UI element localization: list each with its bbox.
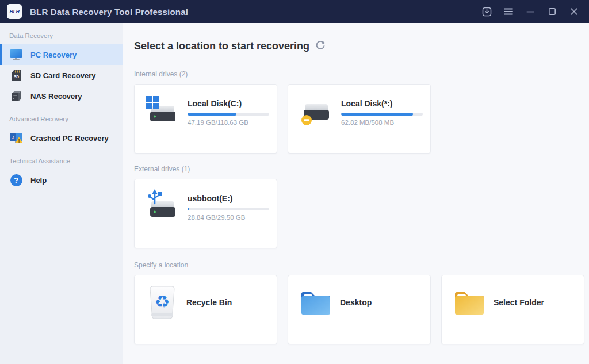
- drive-name: Local Disk(*:): [341, 99, 423, 108]
- sidebar-item-crashed-pc-recovery[interactable]: :( Crashed PC Recovery: [0, 128, 123, 148]
- hamburger-menu-icon: [504, 7, 513, 16]
- usb-drive-icon: [145, 189, 177, 221]
- usage-bar-fill: [341, 113, 413, 116]
- sidebar-item-label: NAS Recovery: [30, 92, 82, 101]
- drive-capacity: 28.84 GB/29.50 GB: [188, 214, 269, 221]
- monitor-icon: [9, 48, 23, 62]
- hard-drive-windows-icon: [145, 94, 177, 126]
- help-question-icon: ?: [9, 173, 23, 187]
- svg-text:SD: SD: [14, 75, 19, 79]
- usage-bar-fill: [188, 113, 236, 116]
- location-card-recycle-bin[interactable]: ♻ Recycle Bin: [134, 275, 277, 344]
- desktop-folder-icon: [300, 286, 332, 319]
- drive-capacity: 47.19 GB/118.63 GB: [188, 119, 269, 126]
- location-card-desktop[interactable]: Desktop: [288, 275, 431, 344]
- app-logo: BLR: [7, 4, 22, 19]
- main-content: Select a location to start recovering In…: [123, 23, 589, 364]
- drive-name: usbboot(E:): [188, 194, 269, 203]
- recycle-bin-icon: ♻: [146, 286, 178, 319]
- usage-bar-fill: [188, 208, 189, 210]
- sidebar: Data Recovery PC Recovery: [0, 23, 123, 364]
- minimize-icon: [526, 7, 534, 16]
- section-label-external-drives: External drives (1): [134, 165, 589, 173]
- sidebar-item-label: SD Card Recovery: [30, 71, 95, 80]
- svg-text:♻: ♻: [155, 292, 170, 311]
- drive-capacity: 62.82 MB/508 MB: [341, 119, 423, 126]
- location-label: Desktop: [340, 298, 372, 307]
- sidebar-item-pc-recovery[interactable]: PC Recovery: [0, 44, 123, 65]
- sd-card-icon: SD: [9, 68, 23, 82]
- location-label: Select Folder: [494, 298, 544, 307]
- download-icon: [482, 7, 492, 17]
- close-button[interactable]: [565, 3, 583, 20]
- sidebar-item-label: Crashed PC Recovery: [30, 134, 109, 143]
- sidebar-section-advanced-recovery: Advanced Recovery: [0, 106, 123, 128]
- location-card-select-folder[interactable]: Select Folder: [441, 275, 584, 344]
- sidebar-item-sd-card-recovery[interactable]: SD SD Card Recovery: [0, 65, 123, 86]
- titlebar: BLR BLR Data Recovery Tool Professional: [0, 0, 589, 23]
- sidebar-item-help[interactable]: ? Help: [0, 170, 123, 190]
- section-label-specify-location: Specify a location: [134, 261, 589, 269]
- close-icon: [570, 7, 578, 16]
- svg-text::(: :(: [12, 136, 14, 139]
- refresh-button[interactable]: [315, 40, 326, 53]
- menu-button[interactable]: [499, 3, 518, 20]
- sidebar-item-label: Help: [30, 176, 47, 185]
- usage-bar: [188, 208, 269, 210]
- app-window: BLR BLR Data Recovery Tool Professional: [0, 0, 589, 364]
- usage-bar: [341, 113, 423, 116]
- drive-card-local-disk-c[interactable]: Local Disk(C:) 47.19 GB/118.63 GB: [134, 84, 277, 154]
- usage-bar: [188, 113, 269, 116]
- sidebar-item-label: PC Recovery: [30, 51, 77, 59]
- refresh-icon: [315, 40, 326, 53]
- drive-card-local-disk-star[interactable]: Local Disk(*:) 62.82 MB/508 MB: [288, 84, 431, 154]
- crashed-pc-icon: :(: [9, 131, 23, 145]
- minimize-button[interactable]: [521, 3, 540, 20]
- nas-device-icon: [9, 89, 23, 103]
- sidebar-section-data-recovery: Data Recovery: [0, 23, 123, 44]
- location-label: Recycle Bin: [186, 298, 232, 307]
- app-title: BLR Data Recovery Tool Professional: [30, 7, 188, 17]
- sidebar-section-technical-assistance: Technical Assistance: [0, 148, 123, 170]
- maximize-button[interactable]: [543, 3, 561, 20]
- drive-name: Local Disk(C:): [188, 99, 269, 108]
- select-folder-icon: [453, 286, 485, 319]
- drive-card-usbboot-e[interactable]: usbboot(E:) 28.84 GB/29.50 GB: [134, 179, 277, 248]
- maximize-icon: [548, 7, 556, 16]
- sidebar-item-nas-recovery[interactable]: NAS Recovery: [0, 86, 123, 106]
- section-label-internal-drives: Internal drives (2): [134, 70, 589, 78]
- page-title: Select a location to start recovering: [134, 40, 309, 52]
- register-download-button[interactable]: [477, 3, 496, 20]
- hard-drive-hidden-icon: [299, 94, 331, 126]
